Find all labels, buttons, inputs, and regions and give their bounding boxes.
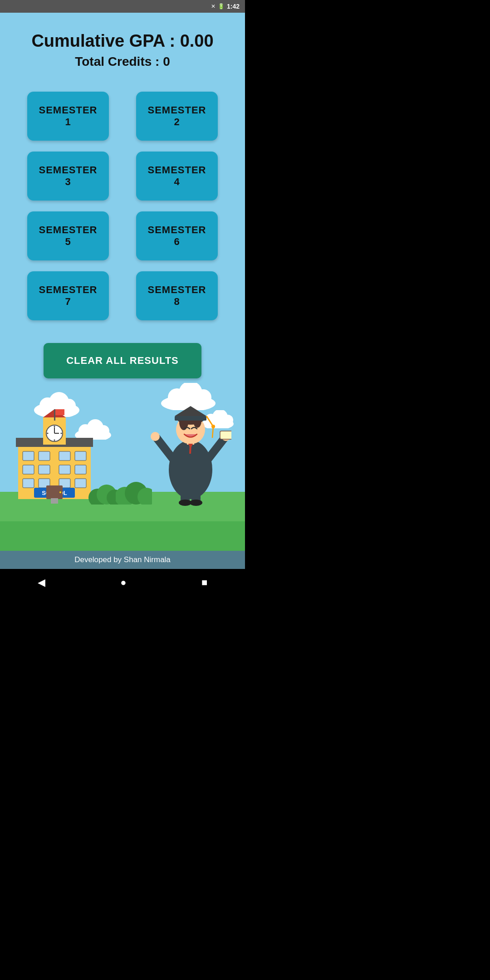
svg-point-52 [151,432,160,441]
semester-2-button[interactable]: SEMESTER 2 [136,92,218,141]
semester-5-button[interactable]: SEMESTER 5 [27,211,109,260]
signal-icon: ✕ [211,3,216,10]
home-button[interactable]: ● [117,573,130,592]
semester-3-button[interactable]: SEMESTER 3 [27,152,109,201]
navigation-bar: ◀ ● ■ [0,569,245,596]
credits-display: Total Credits : 0 [31,54,213,69]
scene-illustration: SCHOOL [0,378,245,551]
svg-rect-20 [54,409,55,421]
semester-grid: SEMESTER 1 SEMESTER 2 SEMESTER 3 SEMESTE… [0,78,245,334]
semester-1-button[interactable]: SEMESTER 1 [27,92,109,141]
svg-rect-33 [23,465,34,474]
svg-rect-45 [51,498,58,504]
back-button[interactable]: ◀ [34,573,49,592]
svg-rect-29 [23,451,34,461]
graduation-character [150,392,231,508]
svg-point-70 [190,500,202,506]
gpa-display: Cumulative GPA : 0.00 [31,31,213,52]
back-icon: ◀ [38,577,45,588]
recents-icon: ■ [201,577,207,588]
svg-line-51 [209,438,225,458]
svg-line-64 [206,416,213,426]
status-bar: ✕ 🔋 1:42 [0,0,245,13]
svg-line-50 [157,438,172,458]
svg-point-26 [54,439,55,441]
svg-point-44 [59,491,61,493]
semester-6-button[interactable]: SEMESTER 6 [136,211,218,260]
svg-rect-36 [75,465,86,474]
svg-rect-54 [220,431,231,439]
svg-rect-31 [59,451,70,461]
footer-text: Developed by Shan Nirmala [74,555,171,564]
svg-point-28 [61,432,62,434]
ground-dark [0,521,245,551]
svg-marker-63 [175,406,206,416]
home-icon: ● [120,577,126,588]
svg-point-27 [47,432,49,434]
footer: Developed by Shan Nirmala [0,551,245,569]
semester-4-button[interactable]: SEMESTER 4 [136,152,218,201]
svg-rect-32 [75,451,86,461]
svg-rect-34 [39,465,50,474]
bush-right [116,480,152,506]
clear-all-results-button[interactable]: CLEAR ALL RESULTS [44,343,201,378]
svg-rect-35 [59,465,70,474]
svg-rect-40 [75,479,86,488]
status-icons: ✕ 🔋 1:42 [211,3,240,10]
svg-rect-62 [175,416,206,421]
main-app: Cumulative GPA : 0.00 Total Credits : 0 … [0,13,245,569]
svg-point-69 [179,500,191,506]
battery-icon: 🔋 [218,3,225,10]
status-time: 1:42 [227,3,240,10]
header: Cumulative GPA : 0.00 Total Credits : 0 [22,13,222,78]
svg-rect-30 [39,451,50,461]
svg-rect-37 [23,479,34,488]
school-building: SCHOOL [9,408,100,505]
semester-7-button[interactable]: SEMESTER 7 [27,271,109,320]
recents-button[interactable]: ■ [198,573,211,592]
svg-rect-21 [55,409,64,415]
svg-point-25 [54,426,55,427]
svg-point-66 [211,425,215,428]
semester-8-button[interactable]: SEMESTER 8 [136,271,218,320]
